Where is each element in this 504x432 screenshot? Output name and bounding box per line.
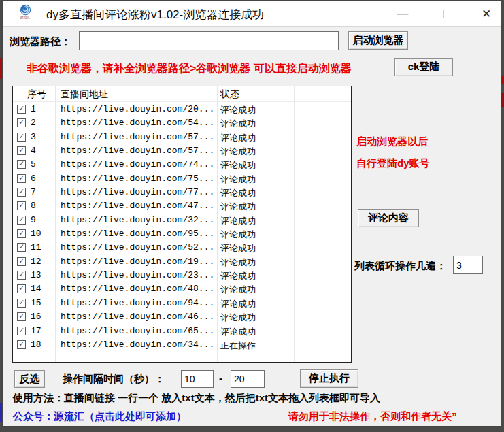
row-status: 评论成功 [220,242,256,254]
launch-browser-button[interactable]: 启动浏览器 [348,31,408,50]
row-url: https://live.douyin.com/32... [61,215,214,225]
row-index: 1 [31,104,36,114]
browser-notice-text: 非谷歌浏览器，请补全浏览器路径>谷歌浏览器 可以直接启动浏览器 [27,62,352,76]
row-index: 15 [31,298,41,308]
table-row[interactable]: ✓ 12 https://live.douyin.com/19... 评论成功 [13,255,351,269]
stop-execution-button[interactable]: 停止执行 [300,369,358,388]
table-row[interactable]: ✓ 14 https://live.douyin.com/48... 评论成功 [13,282,351,296]
row-checkbox[interactable]: ✓ [17,160,26,169]
check-icon: ✓ [19,133,24,141]
screen-edge [501,93,504,107]
browser-path-input[interactable] [79,31,339,50]
interval-min-input[interactable] [181,370,214,388]
row-checkbox[interactable]: ✓ [17,174,26,183]
interval-label: 操作间隔时间（秒）： [63,373,165,386]
row-checkbox[interactable]: ✓ [17,271,26,280]
table-row[interactable]: ✓ 8 https://live.douyin.com/47... 评论成功 [13,199,351,213]
row-checkbox[interactable]: ✓ [17,229,26,238]
table-row[interactable]: ✓ 16 https://live.douyin.com/46... 评论成功 [13,310,351,324]
row-index: 7 [31,187,36,197]
row-status: 评论成功 [220,132,256,144]
row-url: https://live.douyin.com/54... [61,118,214,128]
row-status: 评论成功 [220,284,256,296]
usage-instructions: 使用方法：直播间链接 一行一个 放入txt文本，然后把txt文本拖入列表框即可导… [13,392,380,405]
browser-path-label: 浏览器路径： [10,35,71,48]
row-index: 10 [31,229,41,239]
row-checkbox[interactable]: ✓ [17,133,26,142]
row-url: https://live.douyin.com/48... [61,284,214,294]
row-index: 12 [31,256,41,267]
check-icon: ✓ [19,175,24,182]
table-row[interactable]: ✓ 5 https://live.douyin.com/74... 评论成功 [13,158,351,171]
ck-login-button[interactable]: ck登陆 [394,58,453,76]
table-row[interactable]: ✓ 2 https://live.douyin.com/54... 评论成功 [13,116,351,130]
table-row[interactable]: ✓ 1 https://live.douyin.com/20... 评论成功 [13,103,351,116]
row-checkbox[interactable]: ✓ [17,299,26,308]
table-row[interactable]: ✓ 4 https://live.douyin.com/57... 评论成功 [13,144,351,158]
row-checkbox[interactable]: ✓ [17,105,26,114]
row-status: 评论成功 [220,146,256,158]
row-status: 评论成功 [220,326,256,338]
row-checkbox[interactable]: ✓ [17,188,26,197]
row-checkbox[interactable]: ✓ [17,340,26,349]
table-row[interactable]: ✓ 11 https://live.douyin.com/52... 评论成功 [13,241,351,254]
row-index: 18 [31,339,41,350]
row-checkbox[interactable]: ✓ [17,201,26,210]
minimize-button[interactable]: — [388,1,418,27]
interval-dash: - [219,372,222,384]
table-row[interactable]: ✓ 17 https://live.douyin.com/65... 评论成功 [13,325,351,338]
table-row[interactable]: ✓ 9 https://live.douyin.com/32... 评论成功 [13,214,351,227]
close-button[interactable]: ✕ [471,1,502,27]
comment-content-button[interactable]: 评论内容 [358,209,419,227]
table-row[interactable]: ✓ 13 https://live.douyin.com/23... 评论成功 [13,269,351,282]
check-icon: ✓ [19,341,24,348]
maximize-button[interactable] [433,1,463,27]
loop-count-input[interactable] [453,256,483,274]
row-checkbox[interactable]: ✓ [17,118,26,127]
app-logo-caption: 源流汇 [18,16,33,19]
check-icon: ✓ [19,271,24,279]
row-checkbox[interactable]: ✓ [17,216,26,225]
swirl-logo-icon [20,4,31,16]
table-row[interactable]: ✓ 18 https://live.douyin.com/34... 正在操作 [13,338,351,352]
table-row[interactable]: ✓ 6 https://live.douyin.com/75... 评论成功 [13,172,351,186]
public-account-link[interactable]: 公众号：源流汇（点击此处即可添加） [13,410,186,423]
row-index: 17 [31,326,41,336]
row-url: https://live.douyin.com/57... [61,132,214,142]
window-title: dy多直播间评论涨粉v1.02-浏览器连接成功 [46,7,264,22]
table-row[interactable]: ✓ 3 https://live.douyin.com/57... 评论成功 [13,131,351,144]
row-checkbox[interactable]: ✓ [17,327,26,335]
table-row[interactable]: ✓ 7 https://live.douyin.com/77... 评论成功 [13,186,351,199]
invert-selection-button[interactable]: 反选 [14,370,45,388]
row-checkbox[interactable]: ✓ [17,243,26,252]
interval-max-input[interactable] [231,370,265,388]
row-url: https://live.douyin.com/57... [61,146,214,156]
row-checkbox[interactable]: ✓ [17,284,26,293]
row-status: 评论成功 [220,229,256,241]
row-index: 6 [31,173,36,184]
row-checkbox[interactable]: ✓ [17,312,26,321]
check-icon: ✓ [19,188,24,196]
row-index: 3 [31,132,36,142]
row-index: 8 [31,201,36,211]
row-url: https://live.douyin.com/74... [61,159,214,169]
row-status: 评论成功 [220,173,256,186]
row-status: 评论成功 [220,187,256,199]
table-row[interactable]: ✓ 15 https://live.douyin.com/94... 评论成功 [13,297,351,310]
row-status: 评论成功 [220,256,256,269]
row-url: https://live.douyin.com/75... [61,173,214,184]
row-url: https://live.douyin.com/94... [61,298,214,308]
check-icon: ✓ [19,216,24,224]
table-row[interactable]: ✓ 10 https://live.douyin.com/95... 评论成功 [13,227,351,241]
check-icon: ✓ [19,313,24,320]
minimize-icon: — [397,7,409,20]
row-checkbox[interactable]: ✓ [17,257,26,266]
row-checkbox[interactable]: ✓ [17,146,26,155]
row-status: 评论成功 [220,201,256,213]
row-status: 评论成功 [220,118,256,130]
live-room-table[interactable]: 序号 直播间地址 状态 ✓ 1 https://live.douyin.com/… [12,86,352,363]
check-icon: ✓ [19,244,24,251]
row-url: https://live.douyin.com/65... [61,326,214,336]
row-index: 16 [31,312,41,322]
row-index: 9 [31,215,36,225]
